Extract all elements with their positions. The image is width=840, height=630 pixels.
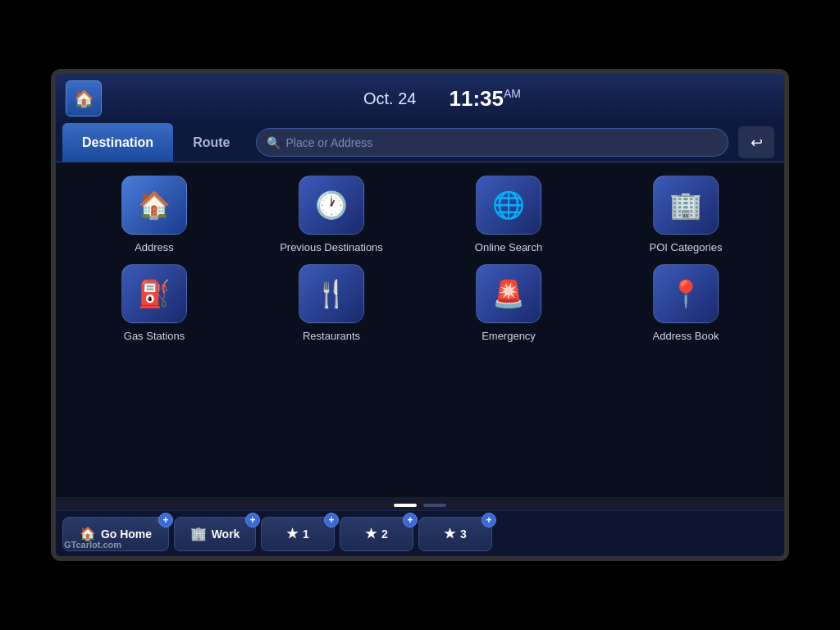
grid-item-restaurants[interactable]: 🍴 Restaurants [249, 264, 413, 343]
address-icon-box: 🏠 [121, 176, 187, 235]
grid-item-address-book[interactable]: 📍 Address Book [604, 264, 768, 343]
address-book-icon-box: 📍 [653, 264, 719, 323]
fav2-label: 2 [381, 527, 388, 541]
fav3-plus: + [482, 513, 496, 527]
fav3-label: 3 [460, 527, 467, 541]
fav1-icon: ★ [286, 526, 298, 541]
prev-dest-label: Previous Destinations [280, 241, 383, 254]
home-button[interactable]: 🏠 [66, 80, 102, 116]
poi-icon-box: 🏢 [653, 176, 719, 235]
grid-area: 🏠 Address 🕐 Previous Destinations 🌐 Onli… [56, 162, 784, 497]
pagination-dots [56, 497, 784, 510]
work-label: Work [212, 527, 240, 541]
tab-destination[interactable]: Destination [62, 123, 173, 162]
home-icon: 🏠 [74, 89, 94, 108]
search-icon: 🔍 [267, 136, 281, 149]
restaurants-label: Restaurants [303, 330, 360, 343]
address-label: Address [135, 241, 174, 254]
fav1-plus: + [324, 513, 339, 527]
tab-route[interactable]: Route [173, 123, 249, 162]
address-book-icon: 📍 [669, 278, 702, 309]
fav3-button[interactable]: + ★ 3 [418, 517, 492, 551]
gas-icon-box: ⛽ [121, 264, 187, 323]
work-plus: + [245, 513, 260, 527]
date-display: Oct. 24 [363, 89, 416, 108]
fav1-button[interactable]: + ★ 1 [261, 517, 335, 551]
emergency-icon: 🚨 [492, 278, 525, 309]
fav1-label: 1 [303, 527, 309, 541]
emergency-label: Emergency [482, 330, 536, 343]
emergency-icon-box: 🚨 [476, 264, 541, 323]
gas-label: Gas Stations [124, 330, 185, 343]
bottom-bar: + 🏠 Go Home + 🏢 Work + ★ 1 + ★ 2 + [56, 510, 784, 556]
prev-dest-icon: 🕐 [315, 189, 348, 221]
gas-icon: ⛽ [138, 278, 171, 309]
go-home-label: Go Home [101, 527, 152, 541]
online-search-label: Online Search [475, 241, 542, 254]
grid-item-previous-destinations[interactable]: 🕐 Previous Destinations [249, 176, 413, 254]
date-time-display: Oct. 24 11:35AM [110, 86, 774, 112]
back-icon: ↩ [751, 134, 763, 152]
search-bar[interactable]: 🔍 Place or Address [256, 128, 728, 157]
fav3-icon: ★ [444, 526, 455, 541]
grid-item-poi-categories[interactable]: 🏢 POI Categories [604, 176, 768, 254]
restaurants-icon-box: 🍴 [299, 264, 364, 323]
grid-item-gas-stations[interactable]: ⛽ Gas Stations [72, 264, 236, 343]
fav2-icon: ★ [365, 526, 377, 541]
back-button[interactable]: ↩ [738, 126, 774, 158]
online-search-icon: 🌐 [492, 189, 525, 221]
navigation-tabs: Destination Route 🔍 Place or Address ↩ [56, 123, 784, 162]
watermark: GTcarlot.com [64, 540, 121, 550]
address-book-label: Address Book [653, 330, 719, 343]
work-button[interactable]: + 🏢 Work [174, 517, 256, 551]
main-content: 🏠 Address 🕐 Previous Destinations 🌐 Onli… [56, 162, 784, 556]
destination-grid: 🏠 Address 🕐 Previous Destinations 🌐 Onli… [72, 176, 768, 342]
fav2-plus: + [403, 513, 418, 527]
grid-item-online-search[interactable]: 🌐 Online Search [427, 176, 591, 254]
time-display: 11:35AM [449, 86, 521, 112]
fav2-button[interactable]: + ★ 2 [340, 517, 413, 551]
online-search-icon-box: 🌐 [476, 176, 541, 235]
poi-label: POI Categories [650, 241, 723, 254]
dot-1 [394, 504, 417, 507]
address-icon: 🏠 [138, 189, 171, 221]
grid-item-emergency[interactable]: 🚨 Emergency [427, 264, 591, 343]
restaurants-icon: 🍴 [315, 278, 348, 309]
work-icon: 🏢 [190, 526, 207, 541]
prev-dest-icon-box: 🕐 [299, 176, 364, 235]
go-home-plus: + [158, 513, 173, 527]
grid-item-address[interactable]: 🏠 Address [72, 176, 236, 254]
search-placeholder: Place or Address [285, 136, 372, 149]
poi-icon: 🏢 [669, 189, 702, 221]
dot-2 [423, 504, 446, 507]
header-bar: 🏠 Oct. 24 11:35AM [56, 74, 784, 123]
nav-screen: 🏠 Oct. 24 11:35AM Destination Route 🔍 Pl… [51, 69, 789, 561]
